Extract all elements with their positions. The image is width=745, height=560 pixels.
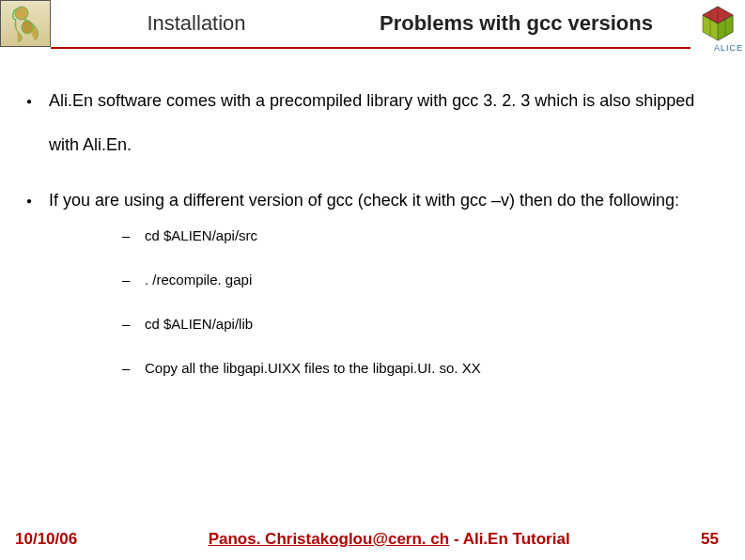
footer-suffix: - Ali.En Tutorial xyxy=(449,530,569,548)
slide-header: Installation Problems with gcc versions … xyxy=(0,0,745,49)
slide-content: Ali.En software comes with a precompiled… xyxy=(0,49,745,378)
alice-detector-icon xyxy=(695,3,740,44)
header-title-right: Problems with gcc versions xyxy=(342,0,691,49)
slide-footer: 10/10/06 Panos. Christakoglou@cern. ch -… xyxy=(0,530,745,549)
sub-list-item: cd $ALIEN/api/src xyxy=(122,226,722,245)
footer-page-number: 55 xyxy=(701,530,719,549)
main-bullet-list: Ali.En software comes with a precompiled… xyxy=(23,79,722,378)
footer-center: Panos. Christakoglou@cern. ch - Ali.En T… xyxy=(77,530,701,549)
sub-list-item: . /recompile. gapi xyxy=(122,270,722,289)
greek-figure-icon xyxy=(5,3,46,44)
sub-bullet-list: cd $ALIEN/api/src . /recompile. gapi cd … xyxy=(122,226,722,378)
svg-point-1 xyxy=(22,21,33,34)
list-item: If you are using a different version of … xyxy=(23,179,722,379)
left-logo-box xyxy=(0,0,51,47)
footer-email-link[interactable]: Panos. Christakoglou@cern. ch xyxy=(209,530,450,548)
sub-list-item: cd $ALIEN/api/lib xyxy=(122,314,722,334)
footer-date: 10/10/06 xyxy=(15,530,77,549)
alice-label: ALICE xyxy=(714,43,743,53)
svg-point-0 xyxy=(15,7,28,20)
list-item: Ali.En software comes with a precompiled… xyxy=(23,79,722,167)
header-title-left: Installation xyxy=(51,0,342,49)
right-logo-box: ALICE xyxy=(691,0,745,47)
sub-list-item: Copy all the libgapi.UIXX files to the l… xyxy=(122,358,722,378)
list-item-text: If you are using a different version of … xyxy=(49,191,679,210)
